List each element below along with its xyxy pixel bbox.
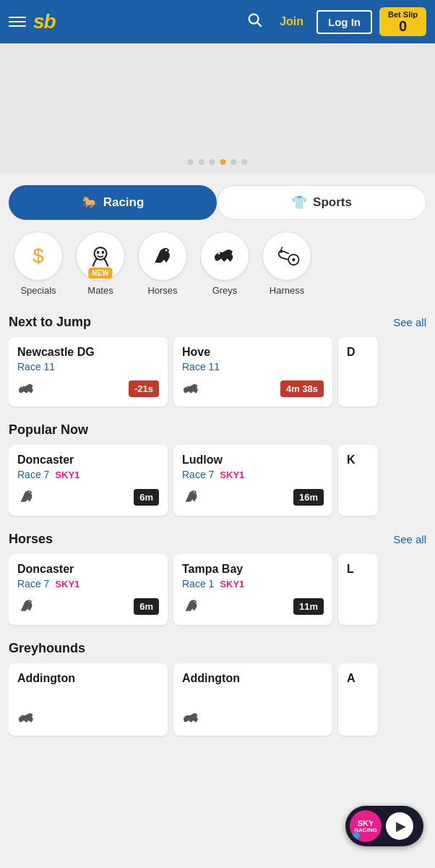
logo: sb — [33, 10, 239, 33]
horses-section: Horses See all Doncaster Race 7 SKY1 — [0, 532, 435, 634]
horses-title: Horses — [9, 532, 53, 547]
race-venue: D — [347, 346, 369, 359]
category-harness[interactable]: Harness — [257, 231, 316, 296]
time-badge: 6m — [134, 489, 159, 506]
mates-circle: NEW — [76, 231, 125, 281]
sky-racing-button[interactable]: SKY RACING ▶ — [345, 806, 423, 846]
race-card-addington2[interactable]: Addington — [173, 663, 332, 736]
mates-new-badge: NEW — [88, 268, 112, 278]
svg-point-9 — [292, 258, 295, 261]
dot-2[interactable] — [199, 159, 204, 165]
dot-4[interactable] — [220, 159, 226, 165]
greyhound-icon — [182, 380, 202, 398]
race-footer — [182, 709, 324, 727]
sky-badge: SKY1 — [220, 469, 244, 480]
race-card-ludlow[interactable]: Ludlow Race 7 SKY1 16m — [173, 445, 332, 516]
category-specials[interactable]: $ Specials — [9, 231, 68, 296]
race-footer: -21s — [17, 380, 159, 398]
dot-3[interactable] — [210, 159, 215, 165]
race-footer: 6m — [17, 488, 159, 507]
greys-circle — [200, 231, 249, 281]
race-number: Race 7 — [17, 578, 49, 590]
race-venue: Newcastle DG — [17, 346, 159, 359]
horse-icon — [182, 597, 202, 616]
popular-now-cards: Doncaster Race 7 SKY1 6m Ludlow — [9, 445, 426, 524]
banner-dots — [188, 159, 248, 165]
play-button[interactable]: ▶ — [386, 812, 413, 840]
horses-cards: Doncaster Race 7 SKY1 6m Tampa Bay — [9, 554, 426, 634]
svg-point-15 — [194, 601, 195, 603]
time-badge: 11m — [293, 598, 324, 615]
svg-point-11 — [186, 386, 188, 388]
horse-icon — [17, 597, 38, 616]
race-card-addington1[interactable]: Addington — [9, 663, 168, 736]
sky-racing-logo: SKY RACING — [350, 810, 382, 842]
race-number: Race 1 — [182, 578, 214, 590]
race-card-hove[interactable]: Hove Race 11 4m 38s — [173, 337, 332, 407]
content: 🐎 Racing 👕 Sports $ Specials — [0, 174, 435, 759]
race-card-doncaster-pop[interactable]: Doncaster Race 7 SKY1 6m — [9, 445, 168, 516]
race-footer: 11m — [182, 597, 324, 616]
greyhounds-cards: Addington Addington — [9, 663, 426, 744]
race-venue: Tampa Bay — [182, 563, 324, 576]
svg-line-1 — [257, 22, 261, 26]
greyhounds-title: Greyhounds — [9, 641, 85, 656]
greyhound-icon — [17, 709, 38, 727]
categories-row: $ Specials NEW Mates — [0, 231, 435, 307]
dot-1[interactable] — [188, 159, 194, 165]
mates-label: Mates — [87, 285, 113, 296]
race-venue: Addington — [182, 672, 324, 685]
race-venue: L — [347, 563, 369, 576]
greyhounds-header: Greyhounds — [9, 641, 426, 656]
category-horses[interactable]: Horses — [133, 231, 192, 296]
menu-button[interactable] — [9, 17, 26, 27]
dot-6[interactable] — [242, 159, 248, 165]
race-venue: Doncaster — [17, 563, 159, 576]
join-button[interactable]: Join — [274, 15, 309, 28]
race-card-partial: D — [338, 337, 378, 407]
dot-5[interactable] — [231, 159, 237, 165]
greyhound-icon — [182, 709, 202, 727]
svg-point-14 — [29, 601, 30, 603]
svg-point-6 — [218, 252, 220, 255]
bet-slip-count: 0 — [399, 19, 407, 33]
next-to-jump-see-all[interactable]: See all — [393, 316, 426, 328]
horse-icon — [17, 488, 38, 507]
race-venue: Doncaster — [17, 454, 159, 467]
horses-label: Horses — [147, 285, 177, 296]
popular-now-header: Popular Now — [9, 422, 426, 438]
race-venue: Addington — [17, 672, 159, 685]
race-footer: 16m — [182, 488, 324, 507]
next-to-jump-title: Next to Jump — [9, 315, 91, 330]
tab-racing[interactable]: 🐎 Racing — [9, 185, 217, 220]
tab-racing-label: Racing — [103, 195, 145, 210]
race-card-partial4: A — [338, 663, 378, 736]
category-mates[interactable]: NEW Mates — [71, 231, 130, 296]
time-badge: 16m — [293, 489, 324, 506]
category-greys[interactable]: Greys — [195, 231, 254, 296]
popular-now-section: Popular Now Doncaster Race 7 SKY1 6m — [0, 422, 435, 524]
race-card-tampa[interactable]: Tampa Bay Race 1 SKY1 11m — [173, 554, 332, 625]
search-button[interactable] — [246, 12, 262, 32]
next-to-jump-cards: Newcastle DG Race 11 -21s Hove Race 11 — [9, 337, 426, 415]
tab-bar: 🐎 Racing 👕 Sports — [9, 185, 426, 220]
harness-circle — [262, 231, 311, 281]
specials-circle: $ — [14, 231, 63, 281]
greyhound-icon — [17, 380, 38, 398]
race-card-newcastle[interactable]: Newcastle DG Race 11 -21s — [9, 337, 168, 407]
banner — [0, 43, 435, 174]
svg-point-2 — [95, 247, 107, 260]
specials-label: Specials — [20, 285, 56, 296]
horses-see-all[interactable]: See all — [393, 533, 426, 545]
bet-slip-button[interactable]: Bet Slip 0 — [379, 7, 426, 36]
race-venue: Ludlow — [182, 454, 324, 467]
race-footer: 6m — [17, 597, 159, 616]
tab-sports[interactable]: 👕 Sports — [217, 185, 426, 220]
header: sb Join Log In Bet Slip 0 — [0, 0, 435, 43]
login-button[interactable]: Log In — [316, 10, 372, 34]
race-card-doncaster-h[interactable]: Doncaster Race 7 SKY1 6m — [9, 554, 168, 625]
greys-label: Greys — [212, 285, 238, 296]
svg-point-5 — [165, 250, 168, 252]
racing-icon: 🐎 — [82, 195, 98, 210]
sky-badge: SKY1 — [220, 579, 244, 590]
